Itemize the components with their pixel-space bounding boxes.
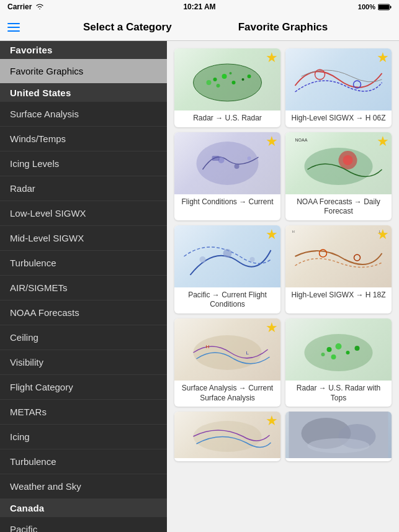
status-bar: Carrier 10:21 AM 100% (0, 0, 399, 14)
status-right: 100% (358, 3, 392, 11)
star-icon-3[interactable]: ★ (377, 135, 389, 148)
sidebar-item-airsigmets[interactable]: AIR/SIGMETs (0, 276, 167, 300)
svg-point-17 (235, 164, 240, 169)
grid-item-image-6: ★ H L (174, 318, 280, 381)
battery-label: 100% (358, 3, 375, 11)
sidebar-item-low-level-sigwx[interactable]: Low-Level SIGWX (0, 201, 167, 226)
sidebar-item-mid-level-sigwx[interactable]: Mid-Level SIGWX (0, 226, 167, 251)
sidebar-item-weather-and-sky[interactable]: Weather and Sky (0, 474, 167, 499)
map-svg-5: H L (285, 225, 392, 287)
svg-point-26 (250, 257, 255, 262)
battery-icon (378, 4, 392, 11)
star-icon-8[interactable]: ★ (266, 414, 278, 428)
svg-point-8 (242, 78, 244, 81)
svg-point-9 (217, 84, 220, 88)
map-svg-6: H L (174, 318, 280, 381)
svg-point-41 (194, 421, 262, 452)
map-svg-4 (174, 225, 280, 287)
map-svg-1 (285, 48, 392, 110)
svg-point-18 (248, 156, 251, 160)
sidebar-item-turbulence-1[interactable]: Turbulence (0, 251, 167, 276)
map-svg-8 (174, 412, 280, 458)
map-svg-3: NOAA (285, 132, 392, 194)
svg-point-10 (230, 72, 232, 74)
star-icon-7: ★ (377, 321, 389, 335)
map-svg-7 (285, 318, 392, 381)
sidebar-section-us: United States (0, 84, 167, 102)
star-icon-2[interactable]: ★ (266, 135, 278, 148)
star-icon-4[interactable]: ★ (266, 228, 278, 241)
grid-item-image-0: ★ (174, 48, 280, 110)
grid-item-2[interactable]: ★ Flight Conditions → Current (174, 132, 280, 220)
status-left: Carrier (7, 2, 44, 11)
grid-item-label-6: Surface Analysis → Current Surface Analy… (174, 381, 280, 407)
grid-item-7[interactable]: ★ Radar → U.S. Radar with Tops (285, 318, 392, 407)
grid-item-image-7: ★ (285, 318, 392, 381)
right-panel: ★ Radar (167, 41, 399, 532)
svg-point-12 (248, 74, 251, 78)
sidebar-item-radar[interactable]: Radar (0, 176, 167, 201)
sidebar-item-icing[interactable]: Icing (0, 425, 167, 449)
nav-bar: Select a Category Favorite Graphics (0, 14, 399, 41)
svg-point-37 (346, 351, 350, 354)
carrier-label: Carrier (7, 2, 32, 11)
grid-item-0[interactable]: ★ Radar (174, 48, 280, 127)
sidebar-item-favorite-graphics[interactable]: Favorite Graphics (0, 59, 167, 84)
grid-item-3[interactable]: ★ NOAA NOAA Forecasts → Daily Forecast (285, 132, 392, 220)
wifi-icon (35, 2, 44, 11)
grid-item-image-4: ★ (174, 225, 280, 287)
hamburger-menu[interactable] (7, 23, 20, 32)
sidebar-item-flight-category[interactable]: Flight Category (0, 375, 167, 400)
grid-item-label-5: High-Level SIGWX → H 18Z (285, 287, 392, 304)
grid-item-8[interactable]: ★ (174, 412, 280, 461)
star-icon-6[interactable]: ★ (266, 321, 278, 335)
sidebar-item-turbulence-2[interactable]: Turbulence (0, 449, 167, 474)
svg-point-25 (223, 249, 232, 258)
svg-rect-2 (379, 5, 389, 9)
grid-item-9[interactable] (285, 412, 392, 461)
svg-point-6 (222, 74, 227, 79)
svg-point-34 (305, 334, 373, 371)
sidebar-item-ceiling[interactable]: Ceiling (0, 325, 167, 350)
grid-item-6[interactable]: ★ H L Surface Analysis → Current Surface… (174, 318, 280, 407)
grid-item-4[interactable]: ★ Pacific → Current Flight Conditions (174, 225, 280, 313)
sidebar-item-metars[interactable]: METARs (0, 400, 167, 425)
grid-item-label-1: High-Level SIGWX → H 06Z (285, 110, 392, 127)
star-icon-1[interactable]: ★ (377, 51, 389, 65)
svg-point-45 (308, 438, 370, 453)
grid-item-image-2: ★ (174, 132, 280, 194)
sidebar-item-surface-analysis[interactable]: Surface Analysis (0, 102, 167, 127)
svg-point-40 (331, 354, 336, 359)
main-content: Favorites Favorite Graphics United State… (0, 41, 399, 532)
svg-point-24 (200, 256, 206, 263)
grid-item-5[interactable]: ★ H L High-Level SIGWX → H 18Z (285, 225, 392, 313)
sidebar-item-visibility[interactable]: Visibility (0, 350, 167, 375)
svg-point-36 (336, 343, 342, 349)
grid-item-label-3: NOAA Forecasts → Daily Forecast (285, 194, 392, 220)
grid-item-image-8: ★ (174, 412, 280, 458)
map-svg-2 (174, 132, 280, 194)
sidebar-section-favorites: Favorites (0, 41, 167, 59)
sidebar-item-pacific[interactable]: Pacific (0, 517, 167, 532)
grid-item-image-3: ★ NOAA (285, 132, 392, 194)
svg-point-28 (354, 255, 361, 261)
svg-point-31 (194, 335, 262, 370)
right-panel-nav-title: Favorite Graphics (238, 21, 328, 34)
star-icon-0[interactable]: ★ (266, 51, 278, 65)
svg-point-7 (232, 81, 236, 84)
grid-item-label-4: Pacific → Current Flight Conditions (174, 287, 280, 313)
map-svg-9 (285, 412, 392, 458)
grid-item-image-1: ★ (285, 48, 392, 110)
sidebar-item-icing-levels[interactable]: Icing Levels (0, 151, 167, 176)
grid-item-image-9 (285, 412, 392, 458)
grid-item-label-7: Radar → U.S. Radar with Tops (285, 381, 392, 407)
svg-point-22 (343, 155, 353, 165)
map-svg-0 (174, 48, 280, 110)
star-icon-5[interactable]: ★ (377, 228, 389, 241)
sidebar-item-noaa-forecasts[interactable]: NOAA Forecasts (0, 300, 167, 325)
svg-text:L: L (246, 350, 249, 356)
grid-item-1[interactable]: ★ High-Level SIGWX → H 06Z (285, 48, 392, 127)
svg-point-38 (321, 353, 325, 356)
sidebar-item-winds-temps[interactable]: Winds/Temps (0, 127, 167, 151)
grid-item-image-5: ★ H L (285, 225, 392, 287)
